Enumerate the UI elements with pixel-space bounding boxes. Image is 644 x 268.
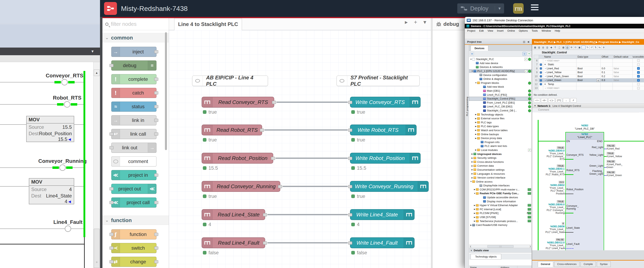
input-port[interactable] (348, 213, 352, 216)
output-port[interactable] (154, 78, 158, 81)
input-port[interactable] (110, 64, 114, 67)
main-menu-icon[interactable] (531, 4, 538, 10)
tree-item[interactable]: ▼ Program blocks (469, 81, 532, 85)
tree-item[interactable]: Line4_PLC [FB2] (469, 93, 532, 97)
input-port[interactable] (110, 260, 114, 263)
table-row[interactable]: 6 ▪ <Add new> ▤ ✓ (534, 59, 644, 63)
palette-node[interactable]: link call (111, 129, 156, 139)
tree-item[interactable]: ▶ Device proxy data (469, 136, 532, 140)
editor-toolbar-icon[interactable]: ⊟ (574, 45, 577, 49)
tag-label[interactable]: Line4_Fault (54, 219, 82, 225)
s7-write-node[interactable]: Write Line4_Fault (350, 237, 414, 248)
output-port[interactable] (154, 247, 158, 250)
expand-arrow-icon[interactable]: ▼ (470, 58, 472, 60)
editor-toolbar-icon[interactable]: ◫ (558, 45, 561, 49)
var-accessible-cell[interactable]: ✓ (633, 63, 644, 66)
editor-toolbar-icon[interactable]: ▩ (533, 45, 537, 49)
editor-toolbar-icon[interactable]: ▦ (562, 45, 565, 49)
eth-ip-read-node[interactable]: Read Conveyor_RTS (202, 97, 274, 108)
var-accessible-cell[interactable]: ✓ (633, 86, 644, 90)
expand-arrow-icon[interactable]: ▶ (475, 137, 477, 139)
input-operand[interactable]: FALSE %DB1.DBX12.0 "From_Line4_ PLC".Lin… (534, 238, 564, 250)
palette-section-function[interactable]: ⌄ function (102, 216, 169, 225)
palette-node[interactable]: catch (111, 88, 156, 98)
workspace-control-button[interactable]: ▸ (402, 18, 411, 26)
tag-label[interactable]: Conveyor_Running (38, 158, 87, 164)
expand-arrow-icon[interactable]: ▶ (471, 173, 474, 175)
tree-item[interactable]: Program info (469, 140, 532, 144)
var-datatype-cell[interactable]: Bool▤ (576, 78, 601, 82)
expand-arrow-icon[interactable]: ▶ (470, 224, 472, 226)
input-port[interactable] (348, 242, 352, 245)
column-address[interactable]: Address (499, 266, 518, 268)
var-default-cell[interactable] (613, 59, 633, 63)
inspector-tab[interactable]: General (538, 261, 553, 267)
editor-toolbar-icon[interactable]: ▥ (546, 45, 549, 49)
table-row[interactable]: 13 ▪ <Add new> ▤ ✓ (534, 86, 644, 90)
tag-label[interactable]: Conveyor_RTS (46, 72, 83, 79)
tree-item[interactable]: ▼ Realtek PCIe GBE Family Con... (469, 191, 532, 196)
tree-item[interactable]: ▶ Hyper-V Virtual Ethernet Adapter (469, 203, 532, 207)
table-row[interactable]: 12 ▼ Temp ▤ ✓ (534, 82, 644, 86)
expand-arrow-icon[interactable]: ▶ (475, 113, 477, 115)
expand-arrow-icon[interactable]: ▶ (475, 129, 477, 131)
project-tree-header[interactable]: Project tree ◫ ◀ (465, 39, 532, 45)
var-accessible-cell[interactable]: ✓ (633, 82, 644, 86)
expand-arrow-icon[interactable]: ▶ (474, 204, 476, 206)
palette-node[interactable]: link out (111, 143, 156, 153)
expand-arrow-icon[interactable]: ▶ (471, 177, 474, 179)
var-name-cell[interactable]: ▪ <Add new> (543, 59, 576, 63)
checkbox[interactable]: ✓ (637, 75, 640, 78)
scroll-left-icon[interactable]: ❮ (469, 246, 472, 248)
tree-item[interactable]: ▶ PLC data types (469, 124, 532, 128)
lad-instruction-button[interactable]: ↱ (570, 98, 577, 103)
s7-write-node[interactable]: Write Conveyor_Running (350, 181, 429, 192)
column-name[interactable]: Name (469, 266, 499, 268)
mov-instruction[interactable]: MOV Source4 DestLine4_State 4◄ (29, 178, 74, 204)
tree-item[interactable]: ▶ Version control interface (469, 176, 532, 180)
var-datatype-cell[interactable]: Bool▤ (576, 70, 601, 74)
editor-toolbar-icon[interactable]: ☰ (554, 45, 557, 49)
palette-node[interactable]: status (111, 102, 156, 112)
tree-item[interactable]: ▶ PC internal [Local] (469, 207, 532, 211)
network-header[interactable]: ▼ Network 1: Line 4 Stacklight Control (532, 104, 644, 108)
editor-toolbar-icon[interactable]: ↺ (590, 45, 594, 49)
editor-toolbar-icon[interactable]: ↻ (586, 45, 589, 49)
tab-technology-objects[interactable]: Technology objects (470, 254, 501, 260)
palette-node[interactable]: function (111, 229, 156, 239)
tree-item[interactable]: Devices & networks (469, 65, 532, 69)
table-row[interactable]: 10 ▪ Line4_Flash_Green Bool▤ 0.2 false ✓ (534, 75, 644, 79)
input-port[interactable] (110, 132, 114, 136)
input-operand[interactable]: TRUE %DB1.DBX0.0 "From_Line4_ PLC".Conve… (534, 146, 564, 161)
input-port[interactable] (348, 129, 352, 132)
tree-item[interactable]: ▶ Languages & resources (469, 172, 532, 176)
tree-item[interactable]: ▶ USB [S7USB] (469, 215, 532, 219)
tag-label[interactable]: Robot_RTS (53, 95, 82, 101)
wire[interactable] (267, 242, 348, 244)
tree-item[interactable]: ▼ PLC_1 [CPU 1212C AC/DC/Rly] (469, 69, 532, 73)
col-accessible[interactable]: Accessible f (633, 55, 644, 59)
tree-item[interactable]: Display/hide interfaces (469, 184, 532, 188)
expand-arrow-icon[interactable]: ▶ (474, 220, 476, 222)
rdp-titlebar[interactable]: 192.168.0.137 - Remote Desktop Connectio… (465, 17, 644, 24)
dest-tag[interactable]: Line4_State (46, 193, 72, 199)
editor-toolbar-icon[interactable]: ⇅ (594, 45, 598, 49)
var-default-cell[interactable] (613, 86, 633, 90)
tree-item[interactable]: Main [OB1] (469, 89, 532, 93)
workspace-control-button[interactable]: ▾ (420, 18, 430, 26)
var-datatype-cell[interactable]: Bool▤ (576, 67, 601, 70)
editor-toolbar-icon[interactable]: ▣ (578, 45, 581, 49)
lad-instruction-button[interactable]: → (563, 98, 570, 103)
editor-toolbar-icon[interactable]: ▨ (537, 45, 541, 49)
palette-node[interactable]: switch (111, 243, 156, 253)
menu-item[interactable]: Window (542, 29, 551, 32)
tree-item[interactable]: ▶ Common data (469, 164, 532, 168)
chevron-down-icon[interactable]: ▼ (91, 49, 94, 54)
palette-node[interactable]: comment (111, 156, 156, 166)
breadcrumb[interactable]: Stacklight_PLC ▶ PLC_1 [CPU 1212C AC/DC/… (532, 39, 644, 45)
tree-item[interactable]: ▼ Stacklight_PLC (469, 57, 532, 61)
checkbox[interactable]: ✓ (637, 79, 640, 82)
var-name-cell[interactable]: ▪ Line4_Red (543, 67, 576, 70)
expand-arrow-icon[interactable]: ▼ (470, 181, 472, 183)
editor-toolbar-icon[interactable]: ◌ (582, 45, 585, 49)
